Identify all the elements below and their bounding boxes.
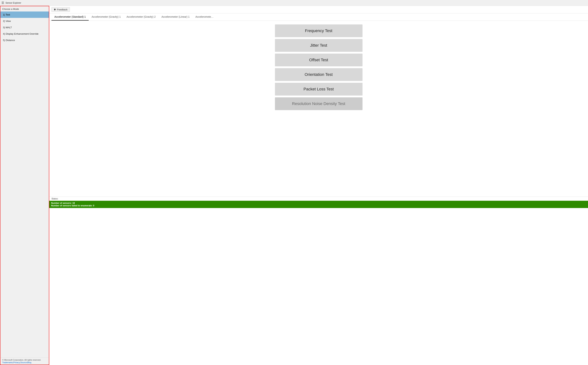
orientation-test-button[interactable]: Orientation Test [275, 68, 363, 81]
sidebar-items: 1) Test 2) View 3) MALT 4) Display Enhan… [0, 12, 49, 43]
sidebar-item-malt[interactable]: 3) MALT [0, 24, 49, 31]
footer-link-trademarks[interactable]: Trademarks [2, 361, 13, 364]
status-bar: Status: [49, 197, 588, 201]
packet-loss-test-button[interactable]: Packet Loss Test [275, 83, 363, 96]
sidebar-item-distance[interactable]: 5) Distance [0, 37, 49, 43]
sidebar-footer: © Microsoft Corporation. All rights rese… [0, 358, 49, 365]
tab-accel-linear-1[interactable]: Accelerometer (Linear) 1 [158, 14, 193, 21]
tab-accel-standard-1[interactable]: Accelerometer (Standard) 1 [51, 14, 89, 21]
feedback-icon: 🗣 [54, 8, 56, 11]
main-layout: Choose a Mode 1) Test 2) View 3) MALT 4)… [0, 6, 588, 365]
footer-copyright: © Microsoft Corporation. All rights rese… [2, 359, 47, 361]
sidebar-footer-links: Trademarks | Privacy | Source | Blog [2, 361, 47, 364]
feedback-label: Feedback [57, 8, 67, 11]
tabs-bar: Accelerometer (Standard) 1 Accelerometer… [49, 14, 588, 21]
offset-test-button[interactable]: Offset Test [275, 54, 363, 66]
tests-area: Frequency Test Jitter Test Offset Test O… [49, 21, 588, 197]
frequency-test-button[interactable]: Frequency Test [275, 24, 363, 37]
content-area: 🗣 Feedback Accelerometer (Standard) 1 Ac… [49, 6, 588, 365]
status-line1: Number of sensors: 19 [51, 202, 586, 204]
resolution-noise-test-button[interactable]: Resolution Noise Density Test [275, 97, 363, 110]
sidebar-item-test[interactable]: 1) Test [0, 12, 49, 18]
sidebar: Choose a Mode 1) Test 2) View 3) MALT 4)… [0, 6, 49, 365]
sidebar-item-display[interactable]: 4) Display Enhancement Override [0, 31, 49, 37]
status-section: Status: Number of sensors: 19 Number of … [49, 197, 588, 365]
toolbar: 🗣 Feedback [49, 6, 588, 14]
tab-accel-gravity-2[interactable]: Accelerometer (Gravity) 2 [123, 14, 158, 21]
footer-link-privacy[interactable]: Privacy [13, 361, 20, 364]
footer-link-blog[interactable]: Blog [27, 361, 31, 364]
titlebar: ☰ Sensor Explorer [0, 0, 588, 6]
footer-link-source[interactable]: Source [21, 361, 27, 364]
hamburger-icon[interactable]: ☰ [1, 1, 4, 5]
tab-accel-gravity-1[interactable]: Accelerometer (Gravity) 1 [89, 14, 123, 21]
app-title: Sensor Explorer [6, 2, 21, 4]
status-detail: Number of sensors: 19 Number of sensors … [49, 201, 588, 208]
feedback-button[interactable]: 🗣 Feedback [51, 7, 70, 12]
status-label: Status: [51, 197, 58, 200]
status-line2: Number of sensors failed to enumerate: 0 [51, 204, 586, 207]
jitter-test-button[interactable]: Jitter Test [275, 39, 363, 52]
tab-accel-more[interactable]: Acceleromete… [193, 14, 216, 21]
sidebar-header: Choose a Mode [0, 6, 49, 12]
sidebar-item-view[interactable]: 2) View [0, 18, 49, 24]
